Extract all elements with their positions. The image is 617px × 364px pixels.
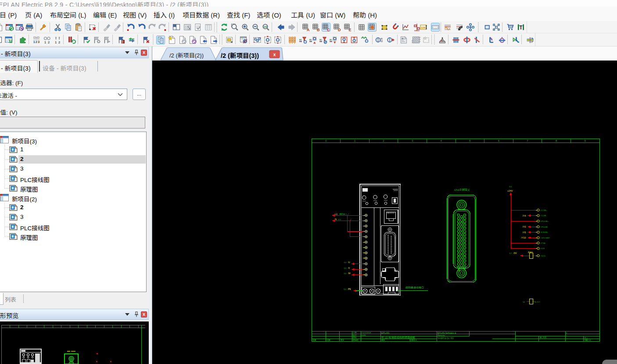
svg-text:6 DI3: 6 DI3 xyxy=(541,247,545,250)
svg-text:0 COM+: 0 COM+ xyxy=(541,209,548,211)
svg-text:T: T xyxy=(519,25,523,31)
svg-text:9: 9 xyxy=(585,139,586,142)
svg-text:L1: L1 xyxy=(335,213,337,215)
svg-text:E: E xyxy=(348,28,351,32)
svg-text:3.4: 3.4 xyxy=(509,186,512,188)
svg-text:原始的: 原始的 xyxy=(353,339,359,341)
svg-text:编码器接线端口: 编码器接线端口 xyxy=(405,286,424,289)
svg-text:50: 50 xyxy=(458,269,460,271)
svg-text:页数 1/1: 页数 1/1 xyxy=(584,339,591,341)
svg-text:/Y4: /Y4 xyxy=(523,214,526,217)
svg-text:CN1引脚定义: CN1引脚定义 xyxy=(454,188,470,191)
svg-text:6: 6 xyxy=(498,139,500,142)
svg-text:x: x xyxy=(273,52,276,57)
svg-text:/Y10: /Y10 xyxy=(521,236,526,239)
svg-text:3.0: 3.0 xyxy=(344,267,347,269)
svg-text:9 PULSE-: 9 PULSE- xyxy=(541,226,549,228)
svg-text:/2 (新项目(3)): /2 (新项目(3)) xyxy=(221,52,259,59)
svg-text:+: + xyxy=(566,334,567,336)
svg-text:li199: li199 xyxy=(362,334,366,336)
svg-text:/2 (新项目(2)): /2 (新项目(2)) xyxy=(169,52,204,59)
svg-text:2: 2 xyxy=(58,40,60,44)
svg-text:图_页名: 图_页名 xyxy=(540,336,546,339)
svg-text:/V: /V xyxy=(348,267,350,269)
svg-text:7 COM-: 7 COM- xyxy=(541,214,547,217)
svg-text:EPLAN: EPLAN xyxy=(381,332,389,334)
svg-text:2: 2 xyxy=(48,40,50,44)
svg-text:N: N xyxy=(335,218,337,221)
svg-text:日期: 日期 xyxy=(353,332,357,334)
svg-text:/Y5: /Y5 xyxy=(523,231,526,234)
svg-text:35 SIGN+: 35 SIGN+ xyxy=(541,231,549,233)
svg-text:3.7: 3.7 xyxy=(509,252,513,254)
svg-text:100: 100 xyxy=(263,25,267,28)
svg-text:3.0: 3.0 xyxy=(344,261,347,264)
svg-text:8 PULSE+: 8 PULSE+ xyxy=(541,220,549,222)
svg-text:8: 8 xyxy=(556,139,557,142)
svg-text:+24V: +24V xyxy=(507,189,513,192)
svg-text:姓名: 姓名 xyxy=(341,339,344,341)
svg-text:B: B xyxy=(317,28,320,32)
svg-text:7: 7 xyxy=(527,139,528,142)
svg-text:3.0: 3.0 xyxy=(344,272,347,275)
svg-text:校对: 校对 xyxy=(353,334,357,336)
svg-text:/3.0: /3.0 xyxy=(338,218,341,221)
svg-text:1: 1 xyxy=(44,40,46,44)
svg-text:1: 1 xyxy=(33,40,35,44)
svg-text:1: 1 xyxy=(55,40,57,44)
svg-text:A: A xyxy=(307,28,310,32)
svg-text:变更: 变更 xyxy=(312,339,316,341)
svg-text:/接线图.1: /接线图.1 xyxy=(339,213,347,215)
svg-text:页 1: 页 1 xyxy=(584,337,588,339)
svg-text:/W: /W xyxy=(348,272,351,275)
svg-text:2024/08/08: 2024/08/08 xyxy=(362,332,371,334)
svg-text:14: 14 xyxy=(523,301,525,303)
svg-text:图号.3: 图号.3 xyxy=(411,339,417,341)
svg-text:2: 2 xyxy=(36,40,37,44)
svg-text:2: 2 xyxy=(383,139,384,142)
svg-text:/0V: /0V xyxy=(513,252,517,254)
svg-text:=: = xyxy=(566,332,567,334)
svg-text:号 (2) 标准宏结构的项目模板: 号 (2) 标准宏结构的项目模板 xyxy=(381,336,415,339)
svg-text:1 STO WHT: 1 STO WHT xyxy=(541,237,550,239)
svg-text:1: 1 xyxy=(354,139,356,142)
svg-text:3.0: 3.0 xyxy=(344,288,346,290)
svg-text:审核: 审核 xyxy=(353,336,357,339)
svg-text:C: C xyxy=(327,28,330,32)
svg-text:GmbH & Co. KG: GmbH & Co. KG xyxy=(438,337,454,339)
svg-text:D: D xyxy=(338,28,341,32)
svg-text:图名: 图名 xyxy=(381,339,385,341)
svg-text:3: 3 xyxy=(412,139,413,142)
svg-text:0: 0 xyxy=(325,139,327,142)
svg-text:26: 26 xyxy=(464,269,466,271)
svg-text:/U: /U xyxy=(348,261,350,264)
svg-text:/PE: /PE xyxy=(348,288,351,290)
svg-text:4: 4 xyxy=(441,139,442,142)
svg-text:/Y0: /Y0 xyxy=(523,225,526,228)
svg-text:3 TXB: 3 TXB xyxy=(541,242,545,244)
svg-text:7 DO1: 7 DO1 xyxy=(541,255,546,257)
svg-text:5: 5 xyxy=(469,139,471,142)
svg-text:3: 3 xyxy=(38,40,39,44)
svg-text:日期: 日期 xyxy=(326,339,330,341)
svg-text:128: 128 xyxy=(421,26,426,29)
